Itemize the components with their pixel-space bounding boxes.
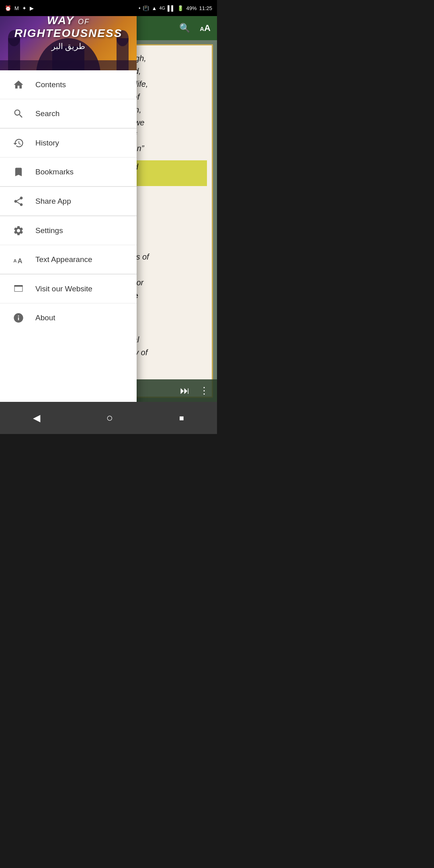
skip-forward-icon[interactable]: ⏭ bbox=[180, 385, 190, 396]
menu-item-contents[interactable]: Contents bbox=[0, 70, 137, 99]
dot-icon: • bbox=[139, 5, 141, 11]
banner-subtitle: RIGHTEOUSNESS bbox=[0, 27, 137, 40]
home-icon bbox=[10, 76, 27, 94]
brightness-icon: ✦ bbox=[22, 5, 27, 11]
more-options-icon[interactable]: ⋮ bbox=[199, 385, 209, 396]
website-icon bbox=[10, 280, 27, 298]
status-right-icons: • 📳 ▲ 4G ▌▌ 🔋 49% 11:25 bbox=[139, 5, 212, 11]
network-icon: 4G bbox=[159, 6, 165, 10]
menu-item-history[interactable]: History bbox=[0, 129, 137, 158]
svg-rect-6 bbox=[0, 60, 137, 70]
share-label: Share App bbox=[35, 197, 71, 206]
navigation-drawer: THE WAY OF RIGHTEOUSNESS طريق البر Conte… bbox=[0, 0, 137, 434]
share-icon bbox=[10, 192, 27, 210]
history-label: History bbox=[35, 139, 59, 147]
svg-text:A: A bbox=[13, 258, 17, 263]
vibrate-icon: 📳 bbox=[143, 5, 149, 11]
signal-icon: ▌▌ bbox=[168, 5, 175, 11]
contents-label: Contents bbox=[35, 80, 66, 89]
settings-icon bbox=[10, 222, 27, 240]
menu-item-share[interactable]: Share App bbox=[0, 187, 137, 216]
alarm-icon: ⏰ bbox=[5, 5, 11, 11]
menu-item-text-appearance[interactable]: A A Text Appearance bbox=[0, 245, 137, 274]
bookmarks-label: Bookmarks bbox=[35, 168, 74, 176]
svg-rect-11 bbox=[14, 285, 23, 287]
text-size-icon[interactable]: AA bbox=[200, 23, 211, 33]
wifi-icon: ▲ bbox=[151, 5, 157, 11]
history-icon bbox=[10, 134, 27, 152]
back-button[interactable]: ◀ bbox=[33, 412, 40, 424]
play-icon: ▶ bbox=[30, 5, 34, 11]
search-icon[interactable]: 🔍 bbox=[179, 23, 190, 33]
recents-button[interactable]: ■ bbox=[179, 414, 184, 423]
status-bar: ⏰ M ✦ ▶ • 📳 ▲ 4G ▌▌ 🔋 49% 11:25 bbox=[0, 0, 217, 16]
bookmark-icon bbox=[10, 163, 27, 181]
battery-icon: 🔋 bbox=[177, 5, 184, 11]
search-menu-icon bbox=[10, 105, 27, 123]
menu-list: Contents Search History bbox=[0, 70, 137, 434]
text-appearance-label: Text Appearance bbox=[35, 255, 92, 264]
home-button[interactable]: ○ bbox=[106, 411, 113, 424]
info-icon bbox=[10, 309, 27, 327]
banner-arabic: طريق البر bbox=[0, 41, 137, 51]
search-label: Search bbox=[35, 109, 59, 118]
nav-bar: ◀ ○ ■ bbox=[0, 402, 217, 434]
menu-item-website[interactable]: Visit our Website bbox=[0, 274, 137, 303]
text-appearance-icon: A A bbox=[10, 251, 27, 268]
website-label: Visit our Website bbox=[35, 285, 92, 293]
menu-item-about[interactable]: About bbox=[0, 303, 137, 332]
menu-item-search[interactable]: Search bbox=[0, 99, 137, 128]
menu-item-settings[interactable]: Settings bbox=[0, 216, 137, 245]
settings-label: Settings bbox=[35, 226, 63, 235]
battery-percent: 49% bbox=[186, 5, 197, 11]
status-left-icons: ⏰ M ✦ ▶ bbox=[5, 5, 34, 11]
svg-text:A: A bbox=[18, 257, 23, 264]
menu-item-bookmarks[interactable]: Bookmarks bbox=[0, 158, 137, 186]
time-display: 11:25 bbox=[199, 5, 212, 11]
mail-icon: M bbox=[14, 5, 19, 11]
about-label: About bbox=[35, 313, 55, 322]
